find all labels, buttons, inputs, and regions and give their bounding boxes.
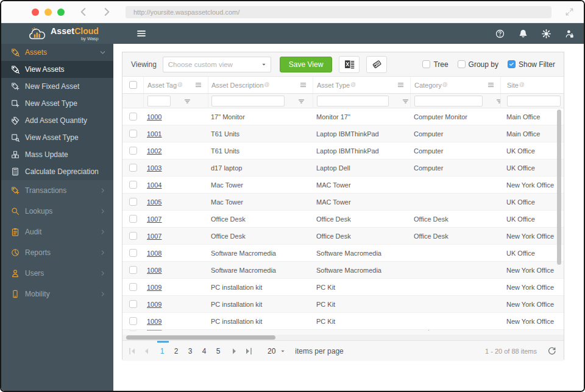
filter-icon[interactable]: [297, 97, 305, 105]
back-icon[interactable]: [78, 7, 88, 17]
row-checkbox[interactable]: [129, 113, 137, 121]
column-menu-icon[interactable]: [487, 81, 495, 89]
row-checkbox[interactable]: [129, 147, 137, 155]
asset-tag-link[interactable]: 1001: [147, 130, 161, 138]
row-checkbox[interactable]: [129, 164, 137, 172]
bell-icon[interactable]: [519, 29, 528, 38]
custom-view-input[interactable]: [163, 61, 257, 68]
column-menu-icon[interactable]: [194, 81, 202, 89]
filter-icon[interactable]: [495, 97, 500, 105]
asset-tag-link[interactable]: 1008: [147, 267, 161, 274]
row-checkbox[interactable]: [129, 283, 137, 291]
page-button-5[interactable]: 5: [211, 347, 225, 355]
help-icon[interactable]: [495, 29, 505, 38]
column-header-asset-type[interactable]: Asset Type@: [313, 77, 410, 93]
column-menu-icon[interactable]: [299, 81, 307, 89]
checkbox-unchecked[interactable]: [458, 60, 466, 68]
vertical-scrollbar-thumb[interactable]: [557, 110, 561, 265]
minimize-button[interactable]: [44, 9, 52, 16]
print-tags-button[interactable]: [366, 56, 387, 73]
forward-icon[interactable]: [102, 7, 112, 17]
filter-input-asset-type[interactable]: [317, 96, 389, 107]
prev-page-button[interactable]: [141, 346, 151, 356]
row-checkbox[interactable]: [129, 130, 137, 138]
asset-tag-link[interactable]: 1008: [147, 250, 161, 257]
sidebar-item-audit[interactable]: Audit: [1, 222, 113, 242]
sidebar-item-mobility[interactable]: Mobility: [1, 284, 113, 304]
toggle-group-by[interactable]: Group by: [458, 60, 498, 69]
address-bar[interactable]: http://yoursite.waspassetcloud.com/: [126, 6, 551, 18]
sidebar-item-mass-update[interactable]: Mass Update: [1, 146, 113, 163]
toggle-show-filter[interactable]: Show Filter: [508, 60, 555, 69]
asset-tag-link[interactable]: 1002: [147, 147, 161, 155]
chevron-right-icon: [100, 229, 106, 235]
filter-icon[interactable]: [402, 97, 410, 105]
page-size-select[interactable]: 20: [268, 347, 286, 355]
toggle-tree[interactable]: Tree: [422, 60, 448, 69]
checkbox-unchecked[interactable]: [422, 60, 430, 68]
user-lock-icon[interactable]: [565, 29, 574, 38]
last-page-button[interactable]: [244, 346, 254, 356]
filter-icon[interactable]: [183, 97, 191, 105]
gear-icon[interactable]: [542, 29, 551, 38]
sidebar-item-view-asset-type[interactable]: View Asset Type: [1, 129, 113, 146]
row-checkbox[interactable]: [129, 266, 137, 274]
column-header-asset-description[interactable]: Asset Description@: [208, 77, 313, 93]
page-button-1[interactable]: 1: [155, 347, 169, 355]
row-checkbox[interactable]: [129, 215, 137, 223]
column-header-category[interactable]: Category@: [410, 77, 500, 93]
expand-icon[interactable]: [565, 7, 574, 16]
column-header-asset-tag[interactable]: Asset Tag@: [143, 77, 208, 93]
row-checkbox[interactable]: [129, 232, 137, 240]
row-checkbox[interactable]: [129, 181, 137, 189]
refresh-icon[interactable]: [547, 346, 556, 355]
select-all-checkbox[interactable]: [129, 81, 137, 89]
filter-input-asset-description[interactable]: [211, 96, 285, 107]
asset-tag-link[interactable]: 1005: [147, 198, 161, 206]
sidebar-item-new-asset-type[interactable]: New Asset Type: [1, 95, 113, 112]
sidebar-item-transactions[interactable]: Transactions: [1, 180, 113, 201]
sidebar-item-lookups[interactable]: Lookups: [1, 201, 113, 222]
row-checkbox[interactable]: [129, 330, 137, 331]
column-menu-icon[interactable]: [397, 81, 405, 89]
asset-tag-link[interactable]: 1004: [147, 181, 161, 189]
asset-tag-link[interactable]: 1010: [147, 330, 161, 331]
horizontal-scrollbar-thumb[interactable]: [126, 335, 275, 340]
row-checkbox[interactable]: [129, 317, 137, 325]
filter-input-category[interactable]: [414, 96, 483, 107]
next-page-button[interactable]: [230, 346, 239, 356]
asset-tag-link[interactable]: 1009: [147, 301, 161, 308]
asset-tag-link[interactable]: 1003: [147, 164, 161, 172]
first-page-button[interactable]: [127, 346, 137, 356]
export-excel-button[interactable]: [339, 56, 360, 73]
close-button[interactable]: [32, 9, 39, 16]
asset-tag-link[interactable]: 1009: [147, 284, 161, 291]
custom-view-select[interactable]: [163, 57, 271, 72]
page-button-3[interactable]: 3: [183, 347, 197, 355]
asset-tag-link[interactable]: 1007: [147, 215, 161, 223]
row-checkbox[interactable]: [129, 249, 137, 257]
save-view-button[interactable]: Save View: [280, 57, 332, 72]
sidebar-item-add-asset-quantity[interactable]: Add Asset Quantity: [1, 112, 113, 129]
asset-tag-link[interactable]: 1009: [147, 318, 161, 325]
row-checkbox[interactable]: [129, 300, 137, 308]
fullscreen-button[interactable]: [57, 9, 65, 16]
sidebar-item-reports[interactable]: Reports: [1, 242, 113, 263]
sidebar-item-view-assets[interactable]: View Assets: [1, 61, 113, 78]
horizontal-scrollbar[interactable]: [122, 335, 564, 341]
column-header-site[interactable]: Site@: [500, 77, 564, 93]
menu-toggle-icon[interactable]: [136, 29, 146, 38]
caret-down-icon[interactable]: [257, 57, 271, 72]
checkbox-checked[interactable]: [508, 60, 516, 68]
sidebar-item-calculate-depreciation[interactable]: Calculate Depreciation: [1, 163, 113, 180]
filter-input-asset-tag[interactable]: [147, 96, 171, 107]
page-button-4[interactable]: 4: [197, 347, 211, 355]
sidebar-item-new-fixed-asset[interactable]: New Fixed Asset: [1, 78, 113, 95]
sidebar-item-assets[interactable]: Assets: [1, 44, 113, 61]
row-checkbox[interactable]: [129, 198, 137, 206]
page-button-2[interactable]: 2: [169, 347, 183, 355]
asset-tag-link[interactable]: 1007: [147, 233, 161, 240]
asset-tag-link[interactable]: 1000: [147, 113, 161, 121]
sidebar-item-users[interactable]: Users: [1, 263, 113, 284]
filter-input-site[interactable]: [507, 96, 561, 107]
